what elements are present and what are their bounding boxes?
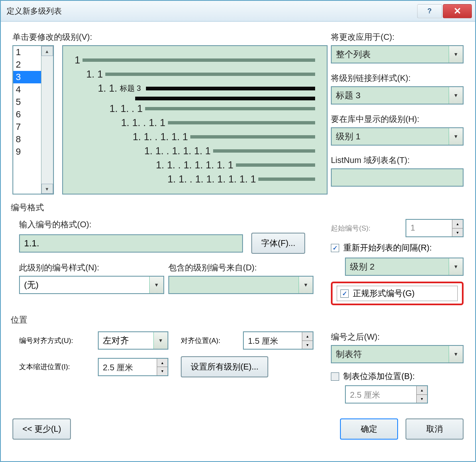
level-item-9[interactable]: 9 (13, 146, 41, 158)
spin-down-icon[interactable]: ▾ (157, 367, 168, 375)
preview-row: 1. 1. . 1. 1. 1. 1 (75, 145, 315, 157)
spin-down-icon[interactable]: ▾ (452, 229, 463, 237)
spin-up-icon[interactable]: ▴ (157, 359, 168, 367)
apply-changes-label: 将更改应用于(C): (331, 32, 464, 43)
list-preview: 11. 11. 1.标题 31. 1. . 11. 1. . 1. 11. 1.… (62, 45, 328, 195)
scrollbar[interactable]: ▴ ▾ (41, 46, 53, 194)
library-level-label: 要在库中显示的级别(H): (331, 114, 464, 125)
level-click-label: 单击要修改的级别(V): (12, 32, 328, 43)
chevron-down-icon[interactable] (299, 277, 313, 293)
include-level-label: 包含的级别编号来自(D): (168, 262, 328, 273)
chevron-down-icon[interactable] (449, 258, 463, 275)
close-button[interactable]: ✕ (443, 4, 472, 18)
listnum-label: ListNum 域列表名(T): (331, 155, 464, 166)
spin-up-icon: ▴ (417, 386, 427, 395)
font-button[interactable]: 字体(F)... (251, 233, 305, 254)
chevron-down-icon[interactable] (449, 87, 463, 104)
preview-row: 1. 1. . 1 (75, 103, 315, 114)
chevron-down-icon[interactable] (153, 332, 168, 349)
set-all-levels-button[interactable]: 设置所有级别(E)... (181, 356, 268, 377)
preview-row: 1. 1. . 1. 1. 1. 1. 1. 1 (75, 173, 315, 185)
ok-button[interactable]: 确定 (340, 418, 398, 440)
checkbox-icon: ✓ (331, 244, 339, 252)
chevron-down-icon[interactable] (149, 277, 163, 293)
level-item-5[interactable]: 5 (13, 96, 41, 108)
number-style-label: 此级别的编号样式(N): (19, 262, 168, 273)
after-number-label: 编号之后(W): (331, 331, 464, 343)
text-indent-label: 文本缩进位置(I): (19, 362, 98, 372)
start-at-spinner[interactable]: 1 ▴▾ (406, 219, 464, 237)
apply-changes-select[interactable]: 整个列表 (331, 45, 464, 63)
level-item-1[interactable]: 1 (13, 46, 41, 58)
align-at-spinner[interactable]: 1.5 厘米 ▴▾ (243, 331, 313, 350)
restart-level-select[interactable]: 级别 2 (345, 258, 464, 276)
level-item-8[interactable]: 8 (13, 133, 41, 146)
listnum-input[interactable] (331, 168, 464, 187)
level-item-6[interactable]: 6 (13, 108, 41, 121)
legal-format-checkbox[interactable]: ✓ 正规形式编号(G) (337, 286, 458, 301)
chevron-down-icon[interactable] (449, 46, 463, 63)
link-style-label: 将级别链接到样式(K): (331, 73, 464, 84)
legal-format-highlight: ✓ 正规形式编号(G) (331, 282, 464, 305)
preview-row: 1. 1. . 1. 1. 1 (75, 131, 315, 143)
level-item-4[interactable]: 4 (13, 83, 41, 96)
enter-format-label: 输入编号的格式(O): (19, 219, 328, 230)
include-level-select[interactable] (168, 276, 313, 294)
align-label: 编号对齐方式(U): (19, 336, 98, 345)
tab-stop-checkbox[interactable]: 制表位添加位置(B): (331, 371, 464, 382)
scroll-up-icon[interactable]: ▴ (41, 46, 53, 56)
after-number-select[interactable]: 制表符 (331, 345, 464, 363)
spin-down-icon: ▾ (417, 395, 427, 403)
scroll-down-icon[interactable]: ▾ (41, 184, 53, 194)
less-button[interactable]: << 更少(L) (12, 418, 71, 440)
spin-up-icon[interactable]: ▴ (302, 332, 313, 341)
link-style-select[interactable]: 标题 3 (331, 86, 464, 105)
help-button[interactable]: ? (417, 4, 442, 18)
preview-row: 1. 1 (75, 68, 315, 80)
window-title: 定义新多级列表 (7, 6, 416, 17)
checkbox-icon (331, 372, 339, 381)
restart-list-checkbox[interactable]: ✓ 重新开始列表的间隔(R): (331, 242, 464, 253)
titlebar: 定义新多级列表 ? ✕ (1, 1, 475, 22)
spin-down-icon[interactable]: ▾ (302, 341, 313, 349)
preview-style-tag: 标题 3 (120, 83, 141, 93)
spin-up-icon[interactable]: ▴ (452, 220, 463, 229)
start-at-label: 起始编号(S): (331, 224, 406, 233)
level-item-2[interactable]: 2 (13, 58, 41, 71)
tab-stop-spinner: 2.5 厘米 ▴▾ (345, 385, 428, 404)
text-indent-spinner[interactable]: 2.5 厘米 ▴▾ (98, 358, 168, 376)
format-input[interactable] (19, 234, 243, 253)
preview-row: 1. 1. . 1. 1. 1. 1. 1 (75, 159, 315, 171)
align-at-label: 对齐位置(A): (181, 336, 243, 345)
chevron-down-icon[interactable] (449, 128, 463, 145)
number-style-select[interactable]: (无) (19, 276, 164, 294)
level-item-7[interactable]: 7 (13, 121, 41, 133)
align-select[interactable]: 左对齐 (98, 331, 168, 350)
preview-row: 1 (75, 54, 315, 66)
preview-row: 1. 1. . 1. 1 (75, 117, 315, 129)
preview-row: 1. 1.标题 3 (75, 83, 315, 94)
checkbox-icon: ✓ (340, 289, 349, 298)
library-level-select[interactable]: 级别 1 (331, 127, 464, 146)
chevron-down-icon[interactable] (449, 346, 463, 362)
level-list[interactable]: 123456789 ▴ ▾ (12, 45, 54, 195)
number-format-section: 编号格式 (11, 202, 464, 213)
cancel-button[interactable]: 取消 (406, 418, 464, 440)
position-section: 位置 (11, 314, 464, 326)
level-item-3[interactable]: 3 (13, 71, 41, 83)
